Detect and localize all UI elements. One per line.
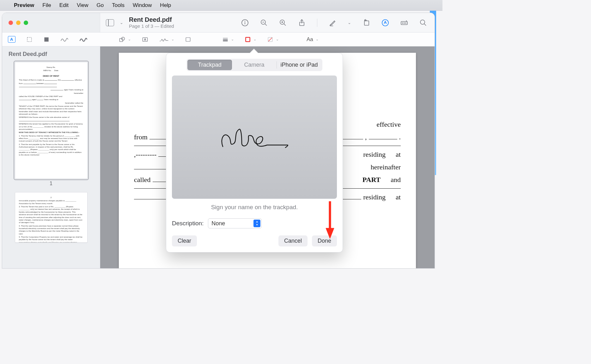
menu-file[interactable]: File xyxy=(42,2,51,9)
title-block: Rent Deed.pdf Page 1 of 3 — Edited xyxy=(129,16,174,29)
sidebar-toggle-icon[interactable] xyxy=(106,19,114,26)
note-tool[interactable] xyxy=(185,37,191,42)
sketch-tool[interactable] xyxy=(60,36,69,43)
cancel-button[interactable]: Cancel xyxy=(278,235,308,246)
svg-line-19 xyxy=(424,24,426,26)
text-select-tool[interactable]: A xyxy=(8,36,15,43)
signature-source-tabs: Trackpad Camera iPhone or iPad xyxy=(186,59,322,71)
svg-point-15 xyxy=(402,23,403,23)
svg-rect-12 xyxy=(364,21,369,25)
page-thumbnail-1[interactable]: Stamp Rs. WBN-No. Date. DEED OF RENT Thi… xyxy=(15,62,88,179)
svg-rect-21 xyxy=(44,37,48,41)
markup-icon[interactable] xyxy=(381,19,389,27)
signature-drawing xyxy=(216,120,292,155)
markup-toolbar: A ⌄ ⌄ ⌄ ⌄ ⌄ Aa⌄ xyxy=(2,33,435,46)
page-number-1: 1 xyxy=(9,181,94,186)
svg-point-23 xyxy=(121,37,125,40)
description-select[interactable]: None ▲▼ xyxy=(208,218,262,228)
svg-point-2 xyxy=(245,21,245,21)
sidebar-toggle-chevron-icon[interactable]: ⌄ xyxy=(120,20,123,25)
rect-select-tool[interactable] xyxy=(26,36,33,43)
minimize-button[interactable] xyxy=(16,21,21,25)
zoom-in-icon[interactable] xyxy=(279,19,287,27)
rotate-icon[interactable] xyxy=(363,19,370,27)
clear-button[interactable]: Clear xyxy=(172,235,197,246)
description-label: Description: xyxy=(172,220,204,227)
zoom-out-icon[interactable] xyxy=(260,19,268,27)
signature-popover: Trackpad Camera iPhone or iPad Sign your… xyxy=(166,53,343,252)
svg-line-4 xyxy=(265,24,267,26)
form-fields-icon[interactable] xyxy=(400,19,408,27)
text-box-tool[interactable] xyxy=(142,36,149,43)
search-icon[interactable] xyxy=(419,19,427,27)
done-button[interactable]: Done xyxy=(312,235,337,246)
svg-rect-20 xyxy=(27,37,31,41)
share-icon[interactable] xyxy=(298,19,306,27)
toolbar-divider xyxy=(317,19,317,27)
text-select-icon: A xyxy=(8,36,15,43)
page-thumbnail-2[interactable]: 2 immovable property maintenance charges… xyxy=(15,192,88,243)
svg-point-16 xyxy=(404,23,405,23)
signature-hint: Sign your name on the trackpad. xyxy=(172,204,337,211)
menu-view[interactable]: View xyxy=(77,2,88,9)
svg-point-17 xyxy=(405,23,406,23)
menu-window[interactable]: Window xyxy=(133,2,152,9)
tab-iphone-ipad[interactable]: iPhone or iPad xyxy=(277,60,321,70)
menubar: Preview File Edit View Go Tools Window H… xyxy=(0,0,442,11)
border-color-tool[interactable]: ⌄ xyxy=(245,36,256,43)
draw-tool[interactable] xyxy=(79,36,88,43)
fullscreen-button[interactable] xyxy=(24,21,28,25)
title-toolbar: ⌄ xyxy=(241,19,435,27)
highlight-chevron-icon[interactable]: ⌄ xyxy=(348,20,351,25)
svg-rect-29 xyxy=(246,37,250,41)
description-value: None xyxy=(211,220,225,227)
select-stepper-icon: ▲▼ xyxy=(253,220,260,227)
svg-line-7 xyxy=(284,24,286,26)
close-button[interactable] xyxy=(9,21,13,25)
svg-point-18 xyxy=(420,20,425,24)
shapes-tool[interactable]: ⌄ xyxy=(119,36,131,43)
menu-go[interactable]: Go xyxy=(97,2,104,9)
info-icon[interactable] xyxy=(241,19,249,27)
fill-color-tool[interactable]: ⌄ xyxy=(267,36,279,43)
titlebar: ⌄ Rent Deed.pdf Page 1 of 3 — Edited ⌄ xyxy=(2,13,435,33)
window-subtitle: Page 1 of 3 — Edited xyxy=(129,23,174,29)
tab-camera[interactable]: Camera xyxy=(232,60,277,70)
app-name[interactable]: Preview xyxy=(14,2,34,9)
preview-window: ⌄ Rent Deed.pdf Page 1 of 3 — Edited ⌄ A xyxy=(2,13,435,269)
document-viewport[interactable]: effective from , . ,--------- residing a xyxy=(100,46,435,268)
redact-tool[interactable] xyxy=(43,36,50,43)
highlight-icon[interactable] xyxy=(329,19,336,27)
signature-canvas[interactable] xyxy=(172,76,337,199)
sign-tool[interactable]: ⌄ xyxy=(159,37,174,42)
menu-help[interactable]: Help xyxy=(160,2,171,9)
tab-trackpad[interactable]: Trackpad xyxy=(187,60,232,70)
menu-tools[interactable]: Tools xyxy=(112,2,125,9)
window-controls xyxy=(2,13,100,32)
menu-edit[interactable]: Edit xyxy=(59,2,69,9)
line-style-tool[interactable]: ⌄ xyxy=(222,37,234,42)
window-title: Rent Deed.pdf xyxy=(129,16,174,23)
text-style-tool[interactable]: Aa⌄ xyxy=(307,36,319,43)
sidebar-title: Rent Deed.pdf xyxy=(9,51,94,58)
thumbnail-sidebar: Rent Deed.pdf Stamp Rs. WBN-No. Date. DE… xyxy=(2,46,100,268)
svg-rect-25 xyxy=(186,38,190,41)
